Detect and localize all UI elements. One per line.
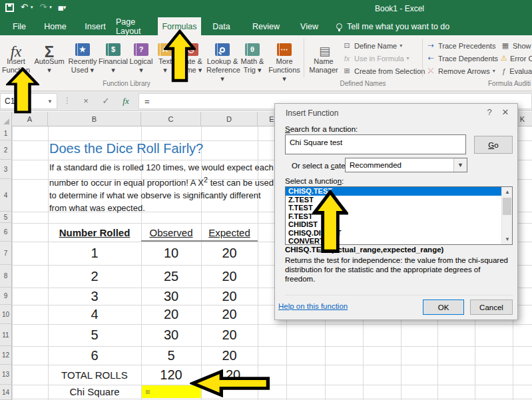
cell-b7[interactable]: 1 [48,242,141,265]
row-header-5[interactable]: 5 [0,212,12,223]
cell-c12[interactable]: 5 [141,346,201,365]
remove-arrows-button[interactable]: ⤬ Remove Arrows ▾ [426,65,495,77]
dialog-close-icon[interactable]: ✕ [499,107,512,117]
header-observed[interactable]: Observed [141,223,201,242]
trace-precedents-button[interactable]: ⇢ Trace Precedents [426,39,495,52]
row-header-12[interactable]: 12 [0,346,12,365]
group-separator [304,39,304,77]
dialog-help-icon[interactable]: ? [483,107,496,117]
help-on-function-link[interactable]: Help on this function [278,302,348,310]
show-formulas-button[interactable]: ▦ Show [501,39,532,52]
header-number-rolled[interactable]: Number Rolled [48,223,141,242]
row-header-1[interactable]: 1 [0,126,12,140]
cell-b12[interactable]: 6 [48,346,141,365]
row-header-3[interactable]: 3 [0,160,12,179]
category-chevron-icon[interactable]: ▼ [453,158,467,172]
undo-chevron-icon[interactable]: ▾ [31,5,33,10]
tab-page-layout[interactable]: Page Layout [116,17,156,35]
cancel-button[interactable]: Cancel [470,300,513,315]
define-name-button[interactable]: ⊡ Define Name ▾ [342,39,402,52]
header-expected[interactable]: Expected [201,223,258,242]
logical-button[interactable]: ? Logical ▾ [128,37,154,79]
ok-button[interactable]: OK [423,300,464,315]
name-box-chevron-icon[interactable]: ▼ [47,99,53,104]
group-separator [422,39,423,77]
function-search-input[interactable]: Chi Square test [285,134,466,154]
row-header-4[interactable]: 4 [0,179,12,212]
lightbulb-icon [336,23,342,29]
formula-auditing-group-label: Formula Auditi [488,80,532,87]
row-header-6[interactable]: 6 [0,223,12,242]
cell-b8[interactable]: 2 [48,265,141,288]
tab-insert[interactable]: Insert [79,17,112,35]
row-header-7[interactable]: 7 [0,242,12,265]
financial-button[interactable]: $ Financial ▾ [99,37,128,79]
title-bar: ↶▾ ↷▾ ▅▾ Book1 - Excel [0,0,532,17]
function-list-scrollbar[interactable]: ▲ ▼ [501,187,512,244]
tab-review[interactable]: Review [248,17,284,35]
column-header-a[interactable]: A [12,112,48,126]
cancel-entry-icon[interactable]: × [79,95,93,108]
row-header-10[interactable]: 10 [0,305,12,324]
more-functions-button[interactable]: ⋯ More Functions ▾ [266,37,302,79]
row-header-9[interactable]: 9 [0,288,12,305]
cell-b9[interactable]: 3 [48,288,141,305]
cell-c7[interactable]: 10 [141,242,201,265]
cell-d12[interactable]: 20 [201,346,258,365]
confirm-entry-icon[interactable]: ✓ [99,95,113,108]
trace-precedents-icon: ⇢ [426,41,435,50]
column-header-b[interactable]: B [48,112,141,126]
dialog-title: Insert Function [286,108,338,118]
tab-home[interactable]: Home [39,17,72,35]
row-header-11[interactable]: 11 [0,324,12,346]
tab-data[interactable]: Data [206,17,236,35]
row-header-14[interactable]: 14 [0,385,12,400]
cell-b11[interactable]: 5 [48,324,141,346]
row-header-2[interactable]: 2 [0,140,12,160]
go-button[interactable]: Go [474,136,513,154]
cell-b10[interactable]: 4 [48,305,141,324]
customize-qat-icon[interactable]: ▅▾ [59,3,66,12]
tab-file[interactable]: File [7,17,32,35]
recently-used-button[interactable]: ★ Recently Used ▾ [67,37,99,79]
cell-d7[interactable]: 20 [201,242,258,265]
create-from-selection-button[interactable]: ⊞ Create from Selection [342,65,425,77]
row-header-8[interactable]: 8 [0,265,12,288]
save-icon[interactable] [5,3,14,12]
scroll-down-icon[interactable]: ▼ [502,234,513,244]
select-all-corner[interactable] [0,112,12,126]
cell-chi-square-label[interactable]: Chi Square [48,385,141,399]
cell-d8[interactable]: 20 [201,265,258,288]
error-checking-button[interactable]: ⚠ Error C [501,52,532,65]
evaluate-formula-button[interactable]: ƒ Evalua [501,65,532,77]
cell-d9[interactable]: 20 [201,288,258,305]
column-header-d[interactable]: D [201,112,258,126]
math-trig-button[interactable]: θ Math & Trig ▾ [238,37,266,79]
lookup-reference-button[interactable]: Lookup & Reference ▾ [206,37,238,79]
search-label-key: S [285,125,290,133]
column-header-c[interactable]: C [141,112,201,126]
cell-c9[interactable]: 30 [141,288,201,305]
cell-total-label[interactable]: TOTAL ROLLS [48,365,141,385]
function-search-value: Chi Square test [290,138,342,146]
cell-d11[interactable]: 20 [201,324,258,346]
insert-function-fx-icon[interactable]: fx [119,95,133,108]
formula-bar-grip-icon: ⋮ [63,96,71,105]
tell-me-box[interactable]: Tell me what you want to do [336,17,449,35]
scrollbar-thumb[interactable] [503,198,511,215]
trace-dependents-button[interactable]: ⇠ Trace Dependents [426,52,498,65]
tab-view[interactable]: View [294,17,324,35]
function-signature: CHISQ.TEST(actual_range,expected_range) [285,246,443,254]
name-manager-button[interactable]: ▤ Name Manager [308,37,340,79]
cell-c11[interactable]: 30 [141,324,201,346]
book-star-icon: ★ [75,43,90,56]
lookup-label1: Lookup & [206,57,238,66]
undo-icon[interactable]: ↶ [21,3,28,12]
use-in-formula-caret: ▾ [407,55,409,61]
row-header-13[interactable]: 13 [0,365,12,385]
cell-c10[interactable]: 20 [141,305,201,324]
category-dropdown[interactable]: Recommended ▼ [345,158,467,172]
cell-d10[interactable]: 20 [201,305,258,324]
scroll-up-icon[interactable]: ▲ [502,187,513,197]
cell-c8[interactable]: 25 [141,265,201,288]
